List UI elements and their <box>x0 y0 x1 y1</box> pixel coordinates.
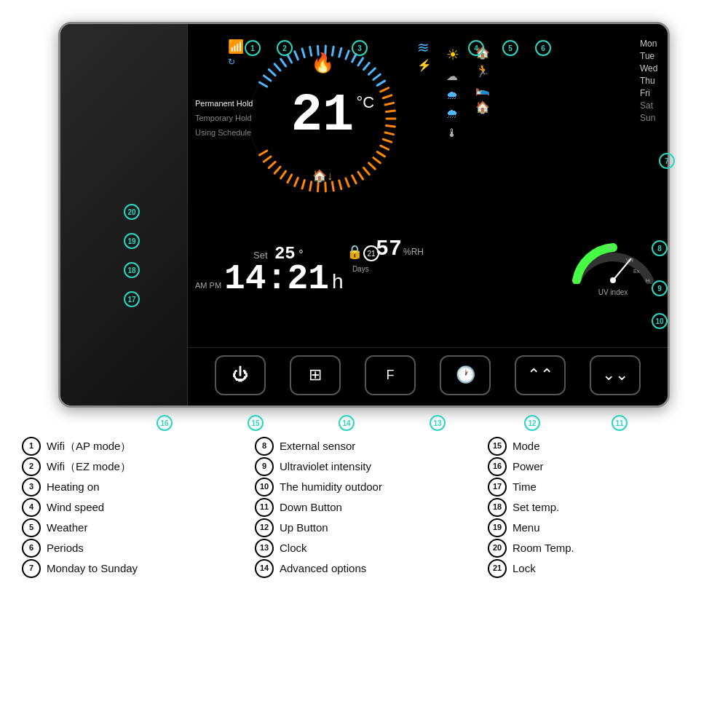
legend-num-1: 1 <box>22 437 41 456</box>
legend-col-3: 15 Mode 16 Power 17 Time 18 Set temp. 19… <box>488 437 706 578</box>
legend-text-12: Up Button <box>280 519 328 537</box>
legend-item-13: 13 Clock <box>255 539 473 558</box>
legend-num-12: 12 <box>255 518 274 537</box>
day-sun: Sun <box>640 113 660 123</box>
power-button[interactable]: ⏻ <box>215 355 266 395</box>
ann-2: 2 <box>277 40 293 56</box>
legend-text-1: Wifi（AP mode） <box>47 438 131 455</box>
legend-text-14: Advanced options <box>280 560 366 577</box>
lightning-icon: ⚡ <box>417 58 432 72</box>
humidity-unit: %RH <box>403 247 424 257</box>
legend-item-1: 1 Wifi（AP mode） <box>22 437 240 456</box>
legend-text-6: Periods <box>47 539 84 557</box>
rain-icon: 🌧 <box>446 89 459 102</box>
ann-10: 10 <box>652 313 668 329</box>
ann-18: 18 <box>124 262 140 278</box>
legend-num-11: 11 <box>255 498 274 517</box>
clock-button[interactable]: 🕐 <box>440 355 491 395</box>
legend-text-10: The humidity outdoor <box>280 478 382 496</box>
day-fri: Fri <box>640 88 660 98</box>
legend-text-18: Set temp. <box>513 499 559 516</box>
legend-num-14: 14 <box>255 559 274 578</box>
legend-num-9: 9 <box>255 457 274 476</box>
ann-7: 7 <box>659 153 675 169</box>
legend-item-18: 18 Set temp. <box>488 498 706 517</box>
ann-17: 17 <box>124 291 140 307</box>
advanced-button[interactable]: F <box>365 355 416 395</box>
legend-text-13: Clock <box>280 539 307 557</box>
ampm-label: AM PM <box>195 281 221 290</box>
period-3-icon: 🛌 <box>475 82 490 96</box>
legend-num-20: 20 <box>488 539 507 558</box>
legend-item-7: 7 Monday to Sunday <box>22 559 240 578</box>
ann-1: 1 <box>245 40 261 56</box>
legend-item-17: 17 Time <box>488 478 706 496</box>
legend-item-12: 12 Up Button <box>255 518 473 537</box>
legend-text-15: Mode <box>513 438 540 455</box>
ann-11: 11 <box>612 415 628 431</box>
legend-item-3: 3 Heating on <box>22 478 240 496</box>
legend-item-16: 16 Power <box>488 457 706 476</box>
wifi-icons-group: 📶 ↻ <box>228 39 244 67</box>
days-of-week: Mon Tue Wed Thu Fri Sat Sun <box>640 39 660 123</box>
day-tue: Tue <box>640 51 660 61</box>
legend-text-17: Time <box>513 478 537 496</box>
buttons-row: ⏻ ⊞ F 🕐 ⌃⌃ ⌄⌄ <box>188 347 668 405</box>
legend-item-10: 10 The humidity outdoor <box>255 478 473 496</box>
periods-icons: 🏠 🏃 🛌 🏠 <box>475 46 490 114</box>
mode-button[interactable]: ⊞ <box>290 355 341 395</box>
home-down-icon: 🏠↓ <box>312 169 333 183</box>
ann-20: 20 <box>124 204 140 220</box>
legend-num-18: 18 <box>488 498 507 517</box>
legend-col-2: 8 External sensor 9 Ultraviolet intensit… <box>255 437 473 578</box>
svg-point-51 <box>610 277 616 283</box>
legend-text-11: Down Button <box>280 499 342 516</box>
legend-text-9: Ultraviolet intensity <box>280 458 371 475</box>
legend-num-6: 6 <box>22 539 41 558</box>
legend-section: 1 Wifi（AP mode） 2 Wifi（EZ mode） 3 Heatin… <box>22 437 706 578</box>
power-icon: ⏻ <box>232 365 248 384</box>
humidity-display: 57 %RH <box>376 237 424 261</box>
legend-num-15: 15 <box>488 437 507 456</box>
up-button[interactable]: ⌃⌃ <box>515 355 566 395</box>
legend-num-7: 7 <box>22 559 41 578</box>
ann-8: 8 <box>652 240 668 256</box>
legend-item-9: 9 Ultraviolet intensity <box>255 457 473 476</box>
permanent-hold: Permanent Hold <box>195 97 253 111</box>
clock-icon: 🕐 <box>456 365 475 384</box>
legend-text-20: Room Temp. <box>513 539 574 557</box>
legend-num-3: 3 <box>22 478 41 496</box>
humidity-value: 57 <box>376 237 402 261</box>
legend-item-2: 2 Wifi（EZ mode） <box>22 457 240 476</box>
legend-text-4: Wind speed <box>47 499 104 516</box>
legend-col-1: 1 Wifi（AP mode） 2 Wifi（EZ mode） 3 Heatin… <box>22 437 240 578</box>
svg-text:L: L <box>573 277 577 284</box>
uv-label: UV index <box>569 288 657 296</box>
svg-text:VH: VH <box>626 258 633 263</box>
heavy-rain-icon: 🌨 <box>446 108 459 121</box>
legend-text-7: Monday to Sunday <box>47 560 138 577</box>
day-sat: Sat <box>640 100 660 111</box>
legend-text-8: External sensor <box>280 438 355 455</box>
svg-text:Ex: Ex <box>633 269 640 274</box>
advanced-icon: F <box>386 368 394 383</box>
time-suffix: h <box>332 270 344 293</box>
legend-text-2: Wifi（EZ mode） <box>47 458 131 475</box>
lock-icon: 🔒 <box>347 244 363 260</box>
ann-15: 15 <box>248 415 264 431</box>
legend-item-20: 20 Room Temp. <box>488 539 706 558</box>
ann-19: 19 <box>124 233 140 249</box>
sensor-ext-icon: 🌡 <box>446 127 459 140</box>
temporary-hold: Temporary Hold <box>195 111 253 126</box>
screen-content: 📶 ↻ // Will be rendered via JS below <box>188 24 668 347</box>
down-button[interactable]: ⌄⌄ <box>590 355 641 395</box>
up-icon: ⌃⌃ <box>527 365 553 384</box>
legend-item-8: 8 External sensor <box>255 437 473 456</box>
ann-13: 13 <box>430 415 446 431</box>
ann-5: 5 <box>502 40 518 56</box>
ann-3: 3 <box>352 40 368 56</box>
period-4-icon: 🏠 <box>475 100 490 114</box>
legend-item-19: 19 Menu <box>488 518 706 537</box>
time-value: 14:21 <box>224 261 329 296</box>
main-screen: 📶 ↻ // Will be rendered via JS below <box>188 24 668 405</box>
